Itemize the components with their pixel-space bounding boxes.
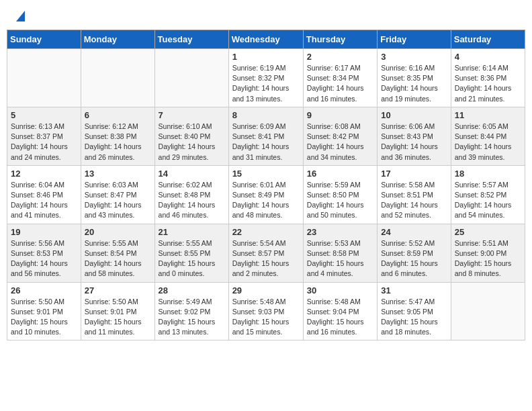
calendar-cell: 5Sunrise: 6:13 AM Sunset: 8:37 PM Daylig… [7,107,81,165]
day-info: Sunrise: 6:04 AM Sunset: 8:46 PM Dayligh… [11,180,77,221]
calendar-cell: 4Sunrise: 6:14 AM Sunset: 8:36 PM Daylig… [451,49,525,107]
calendar-cell [81,49,154,107]
calendar-cell: 9Sunrise: 6:08 AM Sunset: 8:42 PM Daylig… [303,107,377,165]
calendar-cell: 10Sunrise: 6:06 AM Sunset: 8:43 PM Dayli… [378,107,451,165]
logo [12,9,25,21]
calendar-cell: 21Sunrise: 5:55 AM Sunset: 8:55 PM Dayli… [154,224,228,282]
day-number: 14 [159,169,225,179]
day-info: Sunrise: 5:48 AM Sunset: 9:03 PM Dayligh… [232,297,300,338]
calendar-cell: 20Sunrise: 5:55 AM Sunset: 8:54 PM Dayli… [81,224,154,282]
day-number: 29 [232,285,300,295]
day-info: Sunrise: 5:53 AM Sunset: 8:58 PM Dayligh… [307,238,373,279]
calendar-header-row: SundayMondayTuesdayWednesdayThursdayFrid… [7,30,525,49]
day-number: 18 [455,169,521,179]
header-wednesday: Wednesday [228,30,303,49]
day-info: Sunrise: 6:10 AM Sunset: 8:40 PM Dayligh… [159,122,225,163]
calendar-cell: 14Sunrise: 6:02 AM Sunset: 8:48 PM Dayli… [154,165,228,224]
calendar-cell: 30Sunrise: 5:48 AM Sunset: 9:04 PM Dayli… [303,282,377,340]
calendar-cell: 27Sunrise: 5:50 AM Sunset: 9:01 PM Dayli… [81,282,154,340]
day-info: Sunrise: 5:51 AM Sunset: 9:00 PM Dayligh… [455,238,521,279]
header-sunday: Sunday [7,30,81,49]
day-info: Sunrise: 5:50 AM Sunset: 9:01 PM Dayligh… [85,297,151,338]
calendar-cell [451,282,525,340]
day-number: 19 [11,227,77,237]
day-number: 24 [381,227,447,237]
calendar-week-row: 19Sunrise: 5:56 AM Sunset: 8:53 PM Dayli… [7,224,525,282]
calendar-cell: 23Sunrise: 5:53 AM Sunset: 8:58 PM Dayli… [303,224,377,282]
calendar-cell: 31Sunrise: 5:47 AM Sunset: 9:05 PM Dayli… [378,282,451,340]
calendar-cell: 15Sunrise: 6:01 AM Sunset: 8:49 PM Dayli… [228,165,303,224]
day-info: Sunrise: 5:47 AM Sunset: 9:05 PM Dayligh… [381,297,447,338]
day-info: Sunrise: 6:08 AM Sunset: 8:42 PM Dayligh… [307,122,373,163]
day-number: 16 [307,169,373,179]
day-info: Sunrise: 6:13 AM Sunset: 8:37 PM Dayligh… [11,122,77,163]
calendar-cell: 6Sunrise: 6:12 AM Sunset: 8:38 PM Daylig… [81,107,154,165]
calendar-cell [7,49,81,107]
day-number: 30 [307,285,373,295]
calendar-week-row: 5Sunrise: 6:13 AM Sunset: 8:37 PM Daylig… [7,107,525,165]
header-friday: Friday [378,30,451,49]
page-header [7,7,525,24]
day-number: 2 [307,52,373,62]
calendar-cell [154,49,228,107]
calendar-cell: 18Sunrise: 5:57 AM Sunset: 8:52 PM Dayli… [451,165,525,224]
calendar-cell: 13Sunrise: 6:03 AM Sunset: 8:47 PM Dayli… [81,165,154,224]
day-info: Sunrise: 6:01 AM Sunset: 8:49 PM Dayligh… [232,180,300,221]
calendar-table: SundayMondayTuesdayWednesdayThursdayFrid… [7,30,525,340]
day-number: 1 [232,52,300,62]
day-number: 7 [159,110,225,120]
day-info: Sunrise: 5:54 AM Sunset: 8:57 PM Dayligh… [232,238,300,279]
day-number: 22 [232,227,300,237]
calendar-cell: 11Sunrise: 6:05 AM Sunset: 8:44 PM Dayli… [451,107,525,165]
day-number: 17 [381,169,447,179]
header-monday: Monday [81,30,154,49]
calendar-cell: 28Sunrise: 5:49 AM Sunset: 9:02 PM Dayli… [154,282,228,340]
header-thursday: Thursday [303,30,377,49]
day-number: 3 [381,52,447,62]
calendar-cell: 19Sunrise: 5:56 AM Sunset: 8:53 PM Dayli… [7,224,81,282]
day-info: Sunrise: 6:12 AM Sunset: 8:38 PM Dayligh… [85,122,151,163]
day-info: Sunrise: 6:14 AM Sunset: 8:36 PM Dayligh… [455,63,521,104]
day-number: 21 [159,227,225,237]
day-number: 13 [85,169,151,179]
calendar-cell: 17Sunrise: 5:58 AM Sunset: 8:51 PM Dayli… [378,165,451,224]
day-info: Sunrise: 5:59 AM Sunset: 8:50 PM Dayligh… [307,180,373,221]
calendar-cell: 25Sunrise: 5:51 AM Sunset: 9:00 PM Dayli… [451,224,525,282]
day-number: 9 [307,110,373,120]
header-saturday: Saturday [451,30,525,49]
header-tuesday: Tuesday [154,30,228,49]
day-info: Sunrise: 6:05 AM Sunset: 8:44 PM Dayligh… [455,122,521,163]
calendar-cell: 12Sunrise: 6:04 AM Sunset: 8:46 PM Dayli… [7,165,81,224]
calendar-cell: 8Sunrise: 6:09 AM Sunset: 8:41 PM Daylig… [228,107,303,165]
calendar-cell: 24Sunrise: 5:52 AM Sunset: 8:59 PM Dayli… [378,224,451,282]
day-number: 10 [381,110,447,120]
day-number: 6 [85,110,151,120]
day-number: 26 [11,285,77,295]
day-info: Sunrise: 5:52 AM Sunset: 8:59 PM Dayligh… [381,238,447,279]
day-info: Sunrise: 6:03 AM Sunset: 8:47 PM Dayligh… [85,180,151,221]
calendar-cell: 16Sunrise: 5:59 AM Sunset: 8:50 PM Dayli… [303,165,377,224]
logo-triangle-icon [13,9,25,21]
calendar-cell: 2Sunrise: 6:17 AM Sunset: 8:34 PM Daylig… [303,49,377,107]
day-number: 15 [232,169,300,179]
day-info: Sunrise: 6:16 AM Sunset: 8:35 PM Dayligh… [381,63,447,104]
day-number: 12 [11,169,77,179]
day-info: Sunrise: 6:17 AM Sunset: 8:34 PM Dayligh… [307,63,373,104]
day-number: 31 [381,285,447,295]
day-number: 23 [307,227,373,237]
day-info: Sunrise: 5:48 AM Sunset: 9:04 PM Dayligh… [307,297,373,338]
calendar-week-row: 12Sunrise: 6:04 AM Sunset: 8:46 PM Dayli… [7,165,525,224]
day-number: 27 [85,285,151,295]
day-info: Sunrise: 5:58 AM Sunset: 8:51 PM Dayligh… [381,180,447,221]
day-number: 11 [455,110,521,120]
calendar-cell: 3Sunrise: 6:16 AM Sunset: 8:35 PM Daylig… [378,49,451,107]
day-info: Sunrise: 6:02 AM Sunset: 8:48 PM Dayligh… [159,180,225,221]
calendar-week-row: 1Sunrise: 6:19 AM Sunset: 8:32 PM Daylig… [7,49,525,107]
day-info: Sunrise: 6:19 AM Sunset: 8:32 PM Dayligh… [232,63,300,104]
day-number: 25 [455,227,521,237]
day-info: Sunrise: 5:49 AM Sunset: 9:02 PM Dayligh… [159,297,225,338]
day-number: 28 [159,285,225,295]
day-number: 20 [85,227,151,237]
day-number: 8 [232,110,300,120]
calendar-cell: 29Sunrise: 5:48 AM Sunset: 9:03 PM Dayli… [228,282,303,340]
